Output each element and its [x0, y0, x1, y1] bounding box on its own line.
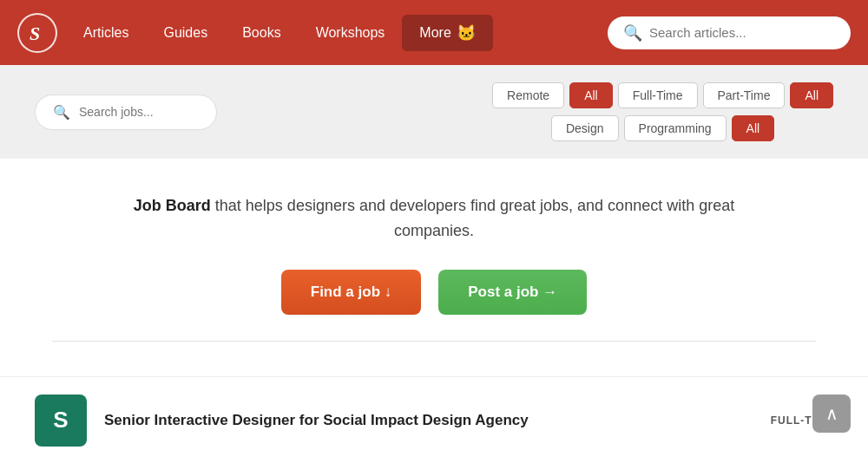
nav-articles[interactable]: Articles — [66, 16, 146, 49]
svg-text:S: S — [30, 23, 40, 44]
tagline: Job Board that helps designers and devel… — [130, 193, 738, 244]
job-search[interactable]: 🔍 — [35, 95, 217, 130]
post-job-button[interactable]: Post a job → — [438, 270, 587, 315]
pill-all-3[interactable]: All — [732, 115, 775, 141]
pill-programming[interactable]: Programming — [624, 115, 727, 141]
pill-row-2: Design Programming All — [551, 115, 774, 141]
main-content: Job Board that helps designers and devel… — [0, 159, 868, 376]
logo-icon: S — [17, 13, 57, 53]
tagline-rest: that helps designers and developers find… — [211, 197, 734, 239]
find-job-button[interactable]: Find a job ↓ — [281, 270, 422, 315]
filter-bar: 🔍 Remote All Full-Time Part-Time All Des… — [0, 65, 868, 159]
pill-fulltime[interactable]: Full-Time — [618, 82, 698, 108]
main-nav: Articles Guides Books Workshops More 🐱 — [66, 15, 608, 51]
job-title: Senior Interactive Designer for Social I… — [104, 412, 753, 429]
nav-workshops[interactable]: Workshops — [299, 16, 403, 49]
nav-books[interactable]: Books — [225, 16, 298, 49]
nav-guides[interactable]: Guides — [146, 16, 225, 49]
company-logo: S — [35, 395, 87, 447]
search-jobs-icon: 🔍 — [53, 104, 70, 121]
scroll-top-button[interactable]: ∧ — [812, 395, 851, 433]
pill-design[interactable]: Design — [551, 115, 619, 141]
tagline-bold: Job Board — [134, 197, 211, 214]
cta-buttons: Find a job ↓ Post a job → — [17, 270, 851, 315]
pill-all-2[interactable]: All — [790, 82, 833, 108]
job-listing[interactable]: S Senior Interactive Designer for Social… — [0, 376, 868, 450]
search-jobs-input[interactable] — [79, 105, 199, 119]
header-search[interactable]: 🔍 — [608, 16, 851, 49]
search-input[interactable] — [649, 25, 835, 40]
cat-icon: 🐱 — [457, 23, 476, 42]
pill-parttime[interactable]: Part-Time — [703, 82, 786, 108]
header: S Articles Guides Books Workshops More 🐱… — [0, 0, 868, 65]
divider — [52, 341, 816, 342]
pill-row-1: Remote All Full-Time Part-Time All — [492, 82, 833, 108]
search-icon: 🔍 — [623, 23, 642, 42]
nav-more[interactable]: More 🐱 — [402, 15, 492, 51]
filter-pills: Remote All Full-Time Part-Time All Desig… — [492, 82, 833, 141]
pill-all-1[interactable]: All — [569, 82, 613, 108]
pill-remote[interactable]: Remote — [492, 82, 564, 108]
logo[interactable]: S — [17, 13, 57, 53]
scroll-top-icon: ∧ — [825, 403, 838, 424]
